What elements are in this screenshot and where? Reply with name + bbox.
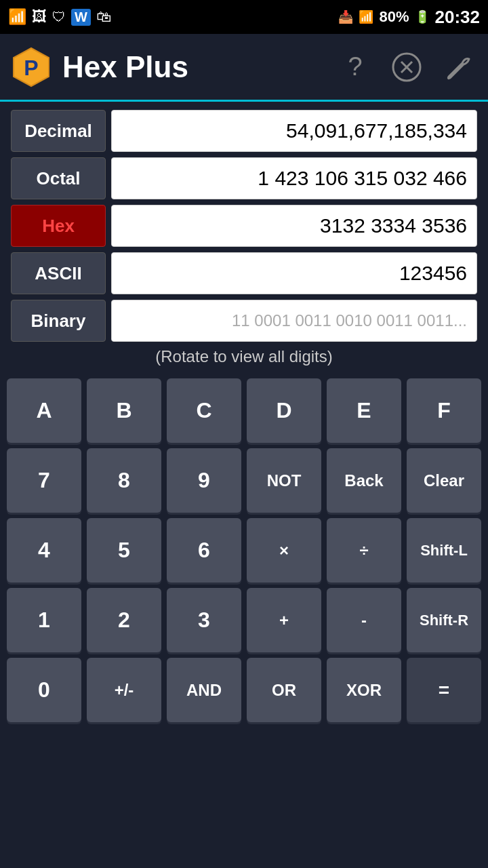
keypad-row-2: 7 8 9 NOT Back Clear <box>7 448 481 513</box>
binary-label[interactable]: Binary <box>11 300 106 342</box>
image-icon: 🖼 <box>32 8 47 26</box>
key-equals[interactable]: = <box>407 658 481 722</box>
hex-label[interactable]: Hex <box>11 205 106 247</box>
shield-icon: 🛡 <box>52 9 66 25</box>
hex-row: Hex 3132 3334 3536 <box>11 205 477 247</box>
key-1[interactable]: 1 <box>7 588 81 652</box>
battery-icon: 🔋 <box>415 9 430 24</box>
keypad-row-5: 0 +/- AND OR XOR = <box>7 658 481 722</box>
key-0[interactable]: 0 <box>7 658 81 722</box>
decimal-row: Decimal 54,091,677,185,334 <box>11 110 477 152</box>
app-title: Hex Plus <box>62 50 336 84</box>
bag-icon: 🛍 <box>96 8 111 26</box>
key-c[interactable]: C <box>167 378 241 443</box>
key-not[interactable]: NOT <box>247 448 321 513</box>
decimal-label[interactable]: Decimal <box>11 110 106 152</box>
key-b[interactable]: B <box>87 378 161 443</box>
download-icon: 📥 <box>338 9 353 24</box>
w-icon: W <box>71 9 91 26</box>
key-f[interactable]: F <box>407 378 481 443</box>
key-7[interactable]: 7 <box>7 448 81 513</box>
octal-field[interactable]: 1 423 106 315 032 466 <box>111 157 477 199</box>
status-bar: 📶 🖼 🛡 W 🛍 📥 📶 80% 🔋 20:32 <box>0 0 488 34</box>
key-negate[interactable]: +/- <box>87 658 161 722</box>
wrench-icon <box>443 52 473 82</box>
hex-field[interactable]: 3132 3334 3536 <box>111 205 477 247</box>
ascii-row: ASCII 123456 <box>11 252 477 294</box>
decimal-value: 54,091,677,185,334 <box>286 119 467 142</box>
key-3[interactable]: 3 <box>167 588 241 652</box>
keypad-row-3: 4 5 6 × ÷ Shift-L <box>7 518 481 583</box>
key-2[interactable]: 2 <box>87 588 161 652</box>
key-subtract[interactable]: - <box>327 588 401 652</box>
binary-field[interactable]: 11 0001 0011 0010 0011 0011... <box>111 300 477 342</box>
ascii-field[interactable]: 123456 <box>111 252 477 294</box>
key-8[interactable]: 8 <box>87 448 161 513</box>
key-4[interactable]: 4 <box>7 518 81 583</box>
keypad-row-4: 1 2 3 + - Shift-R <box>7 588 481 652</box>
close-button[interactable] <box>388 48 426 86</box>
key-shift-left[interactable]: Shift-L <box>407 518 481 583</box>
status-icons-left: 📶 🖼 🛡 W 🛍 <box>8 8 111 26</box>
help-button[interactable]: ? <box>336 48 374 86</box>
display-area: Decimal 54,091,677,185,334 Octal 1 423 1… <box>0 102 488 378</box>
key-6[interactable]: 6 <box>167 518 241 583</box>
key-shift-right[interactable]: Shift-R <box>407 588 481 652</box>
rotate-hint: (Rotate to view all digits) <box>11 347 477 366</box>
header-actions: ? <box>336 48 477 86</box>
key-d[interactable]: D <box>247 378 321 443</box>
time-display: 20:32 <box>435 7 481 28</box>
battery-label: 80% <box>379 8 409 26</box>
key-back[interactable]: Back <box>327 448 401 513</box>
keypad-row-1: A B C D E F <box>7 378 481 443</box>
signal-icon: 📶 <box>359 9 373 24</box>
key-add[interactable]: + <box>247 588 321 652</box>
key-a[interactable]: A <box>7 378 81 443</box>
wifi-icon: 📶 <box>8 8 26 26</box>
decimal-field[interactable]: 54,091,677,185,334 <box>111 110 477 152</box>
settings-button[interactable] <box>439 48 477 86</box>
key-e[interactable]: E <box>327 378 401 443</box>
key-9[interactable]: 9 <box>167 448 241 513</box>
status-icons-right: 📥 📶 80% 🔋 20:32 <box>338 7 480 28</box>
ascii-value: 123456 <box>399 262 467 285</box>
svg-text:P: P <box>24 56 38 80</box>
app-header: P Hex Plus ? <box>0 34 488 102</box>
key-clear[interactable]: Clear <box>407 448 481 513</box>
ascii-label[interactable]: ASCII <box>11 252 106 294</box>
key-xor[interactable]: XOR <box>327 658 401 722</box>
keypad: A B C D E F 7 8 9 NOT Back Clear 4 5 6 ×… <box>0 378 488 722</box>
binary-row: Binary 11 0001 0011 0010 0011 0011... <box>11 300 477 342</box>
octal-label[interactable]: Octal <box>11 157 106 199</box>
hex-value: 3132 3334 3536 <box>320 214 467 237</box>
binary-value: 11 0001 0011 0010 0011 0011... <box>232 311 467 330</box>
key-5[interactable]: 5 <box>87 518 161 583</box>
app-logo: P <box>11 47 52 87</box>
close-circle-icon <box>392 52 422 82</box>
key-multiply[interactable]: × <box>247 518 321 583</box>
octal-row: Octal 1 423 106 315 032 466 <box>11 157 477 199</box>
key-divide[interactable]: ÷ <box>327 518 401 583</box>
key-or[interactable]: OR <box>247 658 321 722</box>
key-and[interactable]: AND <box>167 658 241 722</box>
octal-value: 1 423 106 315 032 466 <box>258 167 467 190</box>
